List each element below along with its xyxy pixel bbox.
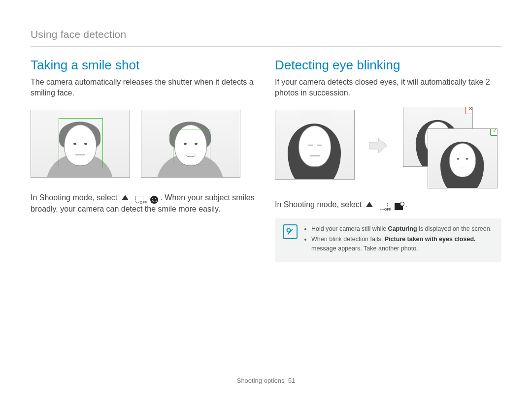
smile-detect-box (173, 129, 210, 164)
thumbnail-eyes-closed-source (275, 110, 355, 180)
face-detect-box (59, 118, 103, 168)
blink-intro: If your camera detects closed eyes, it w… (275, 77, 501, 98)
blink-thumbnails: ✕ ✓ (275, 107, 501, 190)
up-arrow-icon (366, 202, 373, 207)
instruction-text: In Shooting mode, select (275, 200, 362, 209)
divider (31, 46, 501, 47)
smile-shot-intro: The camera automatically releases the sh… (31, 77, 257, 98)
note-box: Hold your camera still while Capturing i… (275, 218, 501, 262)
manual-page: Using face detection Taking a smile shot… (0, 0, 532, 401)
thumbnail-blink-result-2: ✓ (428, 128, 498, 188)
check-icon: ✓ (490, 128, 498, 136)
note-item: Hold your camera still while Capturing i… (311, 224, 494, 234)
thumbnail-smiling-face (141, 110, 240, 178)
face-off-icon: OFF (134, 195, 144, 204)
footer-section: Shooting options (237, 377, 285, 384)
thumbnail-neutral-face (31, 110, 130, 178)
up-arrow-icon (122, 195, 129, 200)
arrow-right-icon (368, 137, 388, 154)
instruction-period: . (405, 200, 407, 209)
page-footer: Shooting options 51 (0, 377, 532, 384)
breadcrumb: Using face detection (31, 29, 501, 40)
blink-mode-icon (395, 203, 403, 210)
cross-icon: ✕ (466, 107, 473, 114)
info-icon (283, 224, 298, 239)
left-column: Taking a smile shot The camera automatic… (31, 58, 257, 262)
note-item: When blink detection fails, Picture take… (311, 235, 494, 254)
smile-thumbnails (31, 107, 257, 181)
right-column: Detecting eye blinking If your camera de… (275, 58, 501, 262)
svg-point-0 (287, 228, 291, 232)
smile-shot-heading: Taking a smile shot (31, 58, 257, 73)
face-off-icon: OFF (379, 202, 389, 211)
note-list: Hold your camera still while Capturing i… (304, 224, 494, 255)
blink-heading: Detecting eye blinking (275, 58, 501, 73)
smile-instruction: In Shooting mode, select OFF . When your… (31, 192, 257, 215)
smile-mode-icon (150, 196, 158, 204)
blink-instruction: In Shooting mode, select OFF . (275, 199, 501, 210)
footer-page-number: 51 (288, 377, 295, 384)
instruction-text: In Shooting mode, select (31, 193, 117, 202)
two-column-layout: Taking a smile shot The camera automatic… (31, 58, 501, 262)
